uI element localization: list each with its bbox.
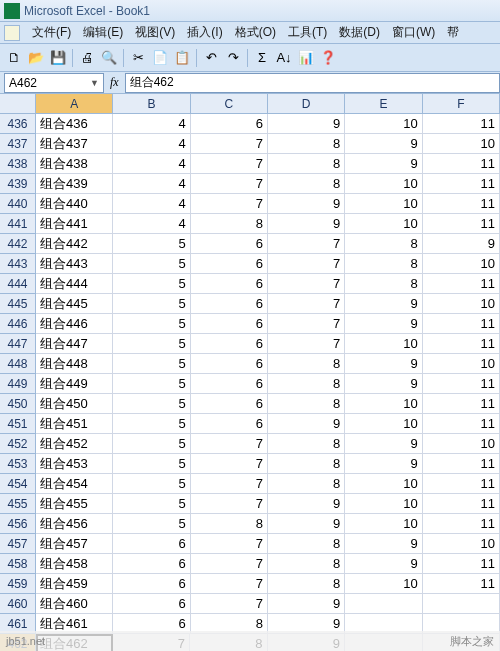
cell[interactable]: 8 xyxy=(268,354,345,374)
row-header[interactable]: 443 xyxy=(0,254,36,274)
cell[interactable]: 9 xyxy=(345,154,422,174)
cell[interactable]: 6 xyxy=(191,314,268,334)
cell[interactable]: 组合439 xyxy=(36,174,113,194)
cell[interactable]: 组合456 xyxy=(36,514,113,534)
cell[interactable]: 8 xyxy=(268,534,345,554)
undo-button[interactable]: ↶ xyxy=(201,48,221,68)
cell[interactable]: 10 xyxy=(345,514,422,534)
cell[interactable]: 5 xyxy=(113,454,190,474)
cell[interactable]: 5 xyxy=(113,374,190,394)
cell[interactable]: 6 xyxy=(191,294,268,314)
cell[interactable]: 11 xyxy=(423,274,500,294)
cell[interactable]: 9 xyxy=(268,194,345,214)
cell[interactable]: 9 xyxy=(268,214,345,234)
row-header[interactable]: 452 xyxy=(0,434,36,454)
row-header[interactable]: 453 xyxy=(0,454,36,474)
row-header[interactable]: 456 xyxy=(0,514,36,534)
cell[interactable]: 6 xyxy=(191,114,268,134)
chart-button[interactable]: 📊 xyxy=(296,48,316,68)
cell[interactable]: 9 xyxy=(423,234,500,254)
cell[interactable]: 组合449 xyxy=(36,374,113,394)
cell[interactable]: 组合440 xyxy=(36,194,113,214)
cell[interactable]: 组合459 xyxy=(36,574,113,594)
cell[interactable]: 6 xyxy=(191,414,268,434)
cell[interactable]: 组合452 xyxy=(36,434,113,454)
cell[interactable]: 7 xyxy=(191,574,268,594)
cell[interactable]: 组合457 xyxy=(36,534,113,554)
cell[interactable]: 6 xyxy=(113,534,190,554)
cell[interactable]: 11 xyxy=(423,314,500,334)
cell[interactable]: 组合445 xyxy=(36,294,113,314)
cell[interactable]: 8 xyxy=(268,174,345,194)
cell[interactable]: 9 xyxy=(268,514,345,534)
cell[interactable]: 10 xyxy=(423,534,500,554)
cell[interactable]: 组合437 xyxy=(36,134,113,154)
cell[interactable]: 8 xyxy=(345,254,422,274)
row-header[interactable]: 451 xyxy=(0,414,36,434)
cell[interactable] xyxy=(423,594,500,614)
cell[interactable]: 10 xyxy=(345,414,422,434)
cell[interactable]: 5 xyxy=(113,254,190,274)
cell[interactable]: 10 xyxy=(423,254,500,274)
cell[interactable]: 9 xyxy=(268,594,345,614)
cell[interactable]: 9 xyxy=(268,414,345,434)
cell[interactable]: 7 xyxy=(191,194,268,214)
cell[interactable]: 11 xyxy=(423,214,500,234)
cell[interactable]: 9 xyxy=(345,454,422,474)
cell[interactable]: 5 xyxy=(113,234,190,254)
cell[interactable]: 9 xyxy=(345,294,422,314)
cell[interactable]: 7 xyxy=(191,494,268,514)
cell[interactable]: 11 xyxy=(423,374,500,394)
column-header-B[interactable]: B xyxy=(113,94,190,114)
cell[interactable]: 组合453 xyxy=(36,454,113,474)
cell[interactable]: 组合444 xyxy=(36,274,113,294)
formula-bar[interactable]: 组合462 xyxy=(125,73,500,93)
cell[interactable]: 4 xyxy=(113,194,190,214)
cell[interactable]: 6 xyxy=(191,374,268,394)
cell[interactable]: 组合446 xyxy=(36,314,113,334)
row-header[interactable]: 450 xyxy=(0,394,36,414)
menu-item[interactable]: 视图(V) xyxy=(129,23,181,41)
cell[interactable]: 5 xyxy=(113,494,190,514)
cell[interactable]: 组合438 xyxy=(36,154,113,174)
cell[interactable]: 8 xyxy=(268,374,345,394)
row-header[interactable]: 455 xyxy=(0,494,36,514)
select-all-corner[interactable] xyxy=(0,94,36,114)
row-header[interactable]: 446 xyxy=(0,314,36,334)
fx-icon[interactable]: fx xyxy=(110,75,119,90)
cell[interactable]: 组合454 xyxy=(36,474,113,494)
cell[interactable]: 9 xyxy=(345,314,422,334)
cell[interactable]: 组合448 xyxy=(36,354,113,374)
menu-item[interactable]: 工具(T) xyxy=(282,23,333,41)
row-header[interactable]: 439 xyxy=(0,174,36,194)
copy-button[interactable]: 📄 xyxy=(150,48,170,68)
row-header[interactable]: 440 xyxy=(0,194,36,214)
cell[interactable]: 组合458 xyxy=(36,554,113,574)
cell[interactable]: 8 xyxy=(191,214,268,234)
row-header[interactable]: 459 xyxy=(0,574,36,594)
row-header[interactable]: 447 xyxy=(0,334,36,354)
cell[interactable]: 7 xyxy=(191,134,268,154)
cell[interactable]: 5 xyxy=(113,394,190,414)
cell[interactable]: 8 xyxy=(268,434,345,454)
cells-area[interactable]: 组合4364691011组合437478910组合438478911组合4394… xyxy=(36,114,500,651)
autosum-button[interactable]: Σ xyxy=(252,48,272,68)
cell[interactable]: 11 xyxy=(423,494,500,514)
row-header[interactable]: 437 xyxy=(0,134,36,154)
cell[interactable]: 9 xyxy=(345,434,422,454)
cell[interactable]: 7 xyxy=(268,274,345,294)
cell[interactable]: 10 xyxy=(423,134,500,154)
doc-icon[interactable] xyxy=(4,25,20,41)
row-header[interactable]: 438 xyxy=(0,154,36,174)
cell[interactable]: 5 xyxy=(113,414,190,434)
column-header-F[interactable]: F xyxy=(423,94,500,114)
row-header[interactable]: 442 xyxy=(0,234,36,254)
cell[interactable]: 7 xyxy=(268,294,345,314)
menu-item[interactable]: 帮 xyxy=(441,23,465,41)
cell[interactable]: 组合451 xyxy=(36,414,113,434)
cell[interactable]: 6 xyxy=(191,254,268,274)
row-header[interactable]: 436 xyxy=(0,114,36,134)
cell[interactable]: 8 xyxy=(268,134,345,154)
cell[interactable]: 6 xyxy=(113,554,190,574)
cell[interactable]: 组合442 xyxy=(36,234,113,254)
